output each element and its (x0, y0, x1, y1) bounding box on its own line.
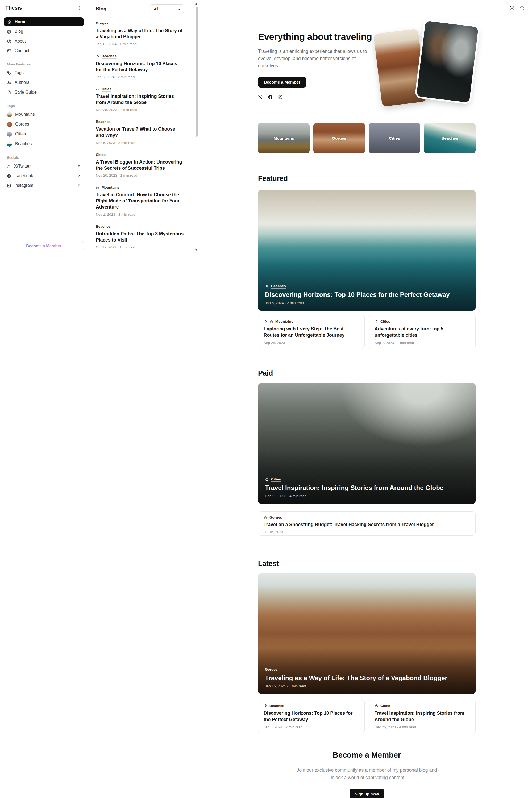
sidebar-become-member-button[interactable]: Become a Member (4, 241, 84, 250)
post-meta: Sep 7, 2023 · 1 min read (375, 341, 470, 345)
featured-sub-card[interactable]: Mountains Exploring with Every Step: The… (258, 315, 365, 349)
flame-icon (375, 320, 378, 323)
blog-post-item[interactable]: Mountains Travel in Comfort: How to Choo… (96, 185, 184, 216)
post-tag[interactable]: Cities (271, 477, 281, 481)
scrollbar-up-arrow[interactable]: ▲ (195, 2, 198, 5)
latest-sub-card[interactable]: Beaches Discovering Horizons: Top 10 Pla… (258, 699, 365, 733)
paid-sub-card[interactable]: Gorges Travel on a Shoestring Budget: Tr… (258, 511, 476, 536)
x-twitter-icon (7, 164, 11, 169)
category-card-mountains[interactable]: Mountains (258, 123, 310, 153)
blog-filter-select[interactable]: All (149, 4, 184, 13)
sidebar-tag-mountains[interactable]: Mountains (4, 110, 84, 119)
post-tag[interactable]: Gorges (265, 667, 278, 671)
sidebar-nav: Home Blog About Contact (4, 17, 84, 55)
lock-icon (375, 704, 378, 708)
post-tag[interactable]: Cities (101, 87, 111, 91)
sidebar-item-blog[interactable]: Blog (4, 27, 84, 36)
blog-post-item[interactable]: Beaches Untrodden Paths: The Top 3 Myste… (96, 225, 184, 249)
latest-main-card[interactable]: Gorges Traveling as a Way of Life: The S… (258, 573, 476, 694)
post-title: Travel on a Shoestring Budget: Travel Ha… (264, 521, 466, 528)
post-tag[interactable]: Mountains (101, 185, 120, 189)
cta-text: Join our exclusive community as a member… (292, 766, 441, 781)
post-title: Untrodden Paths: The Top 3 Mysterious Pl… (96, 231, 184, 243)
post-meta: Nov 1, 2023 · 3 min read (96, 212, 184, 216)
search-icon[interactable] (520, 5, 525, 11)
category-card-beaches[interactable]: Beaches (424, 123, 476, 153)
featured-main-card[interactable]: Beaches Discovering Horizons: Top 10 Pla… (258, 190, 476, 311)
sidebar-item-about[interactable]: About (4, 37, 84, 46)
post-title: Travel Inspiration: Inspiring Stories fr… (265, 484, 469, 492)
sidebar-item-tags[interactable]: Tags (4, 68, 84, 77)
gorges-thumbnail (7, 122, 12, 127)
post-tag[interactable]: Cities (96, 153, 106, 157)
post-tag[interactable]: Beaches (101, 54, 116, 58)
sidebar-social-x-twitter[interactable]: X/Twitter (4, 162, 84, 171)
sidebar-tag-gorges[interactable]: Gorges (4, 120, 84, 129)
chevron-down-icon (177, 7, 181, 11)
paid-section-heading: Paid (258, 369, 273, 377)
sidebar-item-label: Instagram (14, 183, 33, 188)
lock-icon (269, 320, 273, 323)
sidebar-tag-beaches[interactable]: Beaches (4, 139, 84, 149)
post-title: Adventures at every turn: top 5 unforget… (375, 326, 470, 338)
featured-section-heading: Featured (258, 174, 288, 183)
sidebar-item-authors[interactable]: Authors (4, 78, 84, 87)
external-link-icon (77, 164, 81, 169)
blog-post-item[interactable]: Beaches Discovering Horizons: Top 10 Pla… (96, 54, 184, 79)
blog-post-item[interactable]: Gorges Traveling as a Way of Life: The S… (96, 21, 184, 46)
latest-section-heading: Latest (258, 560, 279, 568)
cities-thumbnail (7, 132, 12, 137)
category-card-gorges[interactable]: Gorges (314, 123, 365, 153)
sidebar-item-label: Cities (15, 132, 26, 136)
lock-icon (265, 477, 269, 481)
scrollbar-thumb[interactable] (195, 7, 198, 137)
sidebar-item-label: Beaches (15, 141, 32, 146)
socials-label: Socials (7, 156, 81, 159)
post-tag[interactable]: Mountains (275, 320, 293, 323)
post-tag[interactable]: Gorges (269, 515, 282, 519)
post-tag[interactable]: Cities (380, 704, 390, 708)
hero-become-member-button[interactable]: Become a Member (258, 77, 306, 88)
flame-icon (264, 320, 267, 323)
kebab-menu-icon[interactable] (77, 5, 82, 11)
post-meta: Sep 28, 2023 (264, 341, 359, 345)
sidebar-tag-cities[interactable]: Cities (4, 130, 84, 139)
post-tag[interactable]: Gorges (96, 21, 108, 25)
sidebar-social-facebook[interactable]: Facebook (4, 171, 84, 180)
x-twitter-icon[interactable] (258, 94, 263, 99)
document-icon (7, 90, 12, 95)
sidebar-item-label: Style Guide (15, 90, 37, 95)
category-card-cities[interactable]: Cities (369, 123, 420, 153)
post-tag[interactable]: Beaches (271, 284, 286, 288)
post-title: Vacation or Travel? What to Choose and W… (96, 126, 184, 138)
about-icon (7, 39, 12, 44)
post-tag[interactable]: Cities (380, 320, 390, 323)
tag-icon (7, 71, 12, 75)
hero-photo-collage (375, 20, 474, 108)
brand-title: Thesis (5, 5, 22, 11)
post-tag[interactable]: Beaches (269, 704, 284, 708)
sign-up-button[interactable]: Sign up Now (349, 789, 384, 798)
blog-post-item[interactable]: Cities Travel Inspiration: Inspiring Sto… (96, 87, 184, 112)
post-tag[interactable]: Beaches (96, 225, 111, 228)
sidebar-social-instagram[interactable]: Instagram (4, 181, 84, 190)
latest-sub-card[interactable]: Cities Travel Inspiration: Inspiring Sto… (369, 699, 476, 733)
blog-list-panel: Blog All Gorges Traveling as a Way of Li… (88, 0, 200, 254)
category-cards: Mountains Gorges Cities Beaches (258, 123, 476, 153)
paid-main-card[interactable]: Cities Travel Inspiration: Inspiring Sto… (258, 383, 476, 504)
instagram-icon[interactable] (278, 94, 283, 99)
sidebar-item-home[interactable]: Home (4, 17, 84, 26)
sidebar-item-label: Home (15, 19, 26, 24)
featured-sub-card[interactable]: Cities Adventures at every turn: top 5 u… (369, 315, 476, 349)
post-tag[interactable]: Beaches (96, 120, 111, 124)
post-title: Traveling as a Way of Life: The Story of… (96, 28, 184, 40)
theme-toggle-sun-icon[interactable] (509, 5, 514, 11)
sidebar-item-contact[interactable]: Contact (4, 46, 84, 55)
sidebar-item-style-guide[interactable]: Style Guide (4, 88, 84, 97)
facebook-icon[interactable] (268, 94, 273, 99)
lock-icon (96, 87, 99, 91)
scrollbar-down-arrow[interactable]: ▼ (195, 248, 198, 251)
blog-post-item[interactable]: Cities A Travel Blogger in Action: Uncov… (96, 153, 184, 177)
sidebar-item-label: Gorges (15, 122, 29, 127)
blog-post-item[interactable]: Beaches Vacation or Travel? What to Choo… (96, 120, 184, 145)
